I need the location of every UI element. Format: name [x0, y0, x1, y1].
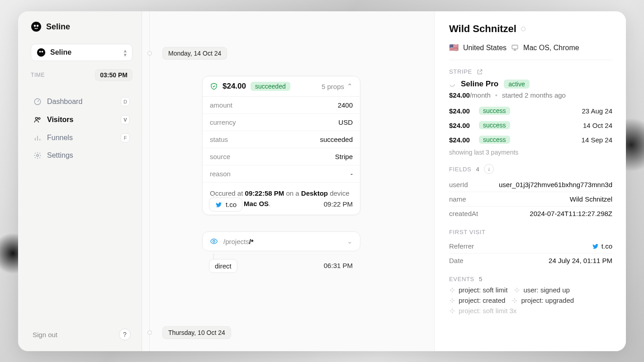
payments-note: showing last 3 payments	[449, 149, 612, 156]
field-value: Wild Schnitzel	[570, 195, 612, 203]
referrer-label: t.co	[226, 201, 237, 208]
presence-indicator-icon	[521, 27, 526, 31]
prop-value: Stripe	[335, 153, 353, 160]
country: United States	[463, 44, 507, 52]
referrer-pill[interactable]: t.co	[209, 197, 242, 212]
chevron-up-icon: ⌃	[347, 82, 353, 90]
status-badge: succeeded	[251, 82, 290, 91]
payment-row: $24.00success23 Aug 24	[449, 103, 612, 118]
svg-point-4	[39, 51, 41, 53]
svg-point-9	[37, 155, 39, 157]
chevron-down-icon: ⌄	[347, 237, 353, 245]
kbd-hint: D	[121, 97, 130, 106]
fields-count: 4	[476, 166, 479, 173]
brand-logo: Seline	[31, 21, 133, 32]
prop-key: amount	[210, 101, 232, 109]
flag-icon: 🇺🇸	[449, 43, 459, 52]
eye-icon	[210, 237, 218, 245]
day-chip: Monday, 14 Oct 24	[162, 47, 227, 60]
nav-settings[interactable]: Settings	[31, 148, 133, 163]
field-value: 24 July 24, 01:11 PM	[549, 257, 612, 264]
os-browser: Mac OS, Chrome	[523, 44, 579, 52]
event-time: 06:31 PM	[324, 262, 353, 269]
nav-dashboard[interactable]: Dashboard D	[31, 94, 133, 110]
event-chip[interactable]: project: upgraded	[511, 296, 574, 304]
field-value: 2024-07-24T11:12:27.298Z	[530, 210, 612, 217]
external-link-icon[interactable]	[477, 69, 483, 75]
shield-check-icon	[210, 82, 218, 90]
sign-out-link[interactable]: Sign out	[33, 331, 57, 338]
twitter-icon	[592, 243, 599, 250]
sparkle-icon	[511, 297, 518, 304]
charge-amount: $24.00	[223, 82, 246, 91]
plan-period: /month	[470, 91, 491, 99]
seline-logo-icon	[31, 21, 42, 32]
event-time: 09:22 PM	[324, 200, 353, 208]
pageview-row[interactable]: /projects/* ⌄	[202, 231, 360, 251]
plan-status-badge: active	[504, 80, 530, 89]
svg-point-5	[42, 51, 43, 53]
plan-price: $24.00	[449, 91, 470, 99]
nav-label: Dashboard	[47, 98, 82, 106]
svg-point-8	[38, 118, 40, 119]
account-switcher[interactable]: Seline ▴▾	[31, 44, 133, 61]
event-chip[interactable]: project: soft limit 3x	[449, 307, 516, 315]
prop-value: succeeded	[320, 136, 353, 143]
nav-funnels[interactable]: Funnels F	[31, 130, 133, 146]
svg-point-10	[213, 240, 215, 243]
section-label: EVENTS	[449, 276, 474, 282]
monitor-icon	[511, 44, 519, 52]
prop-value: 2400	[338, 101, 353, 109]
payment-row: $24.00success14 Oct 24	[449, 118, 612, 132]
events-count: 5	[479, 276, 483, 282]
gear-icon	[33, 151, 42, 160]
prop-key: status	[210, 136, 228, 143]
prop-key: currency	[210, 118, 236, 126]
svg-point-0	[31, 22, 41, 32]
field-value: user_01j3j72hmve61bxhng773mnn3d	[499, 181, 612, 188]
section-label: FIELDS	[449, 166, 471, 173]
payment-row: $24.00success14 Sep 24	[449, 132, 612, 147]
timeline: Monday, 14 Oct 24 $24.00 succeeded 5 pro…	[142, 11, 434, 351]
collapse-button[interactable]: ↓	[484, 164, 494, 174]
event-chip[interactable]: user: signed up	[514, 286, 570, 294]
kbd-hint: V	[121, 115, 130, 124]
charge-event-card[interactable]: $24.00 succeeded 5 props ⌃ amount2400 cu…	[202, 76, 360, 215]
page-path: /projects/*	[223, 238, 254, 245]
svg-point-1	[34, 25, 36, 27]
field-key: createdAt	[449, 210, 478, 217]
nav-visitors[interactable]: Visitors V	[31, 112, 133, 128]
prop-key: source	[210, 153, 230, 160]
event-chip[interactable]: project: created	[449, 296, 505, 304]
field-key: Referrer	[449, 242, 474, 250]
svg-point-3	[37, 48, 45, 56]
referrer-pill[interactable]: direct	[209, 259, 237, 273]
day-chip: Thursday, 10 Oct 24	[162, 326, 231, 339]
plan-name: Seline Pro	[461, 80, 498, 89]
svg-point-12	[450, 82, 455, 87]
props-toggle[interactable]: 5 props ⌃	[322, 82, 353, 90]
sparkle-icon	[514, 287, 520, 293]
field-key: name	[449, 195, 466, 203]
time-label: TIME	[31, 72, 45, 78]
props-count: 5 props	[322, 83, 344, 90]
sparkle-icon	[449, 308, 455, 314]
kbd-hint: F	[121, 133, 130, 142]
visitor-details-panel: Wild Schnitzel 🇺🇸 United States Mac OS, …	[434, 11, 626, 351]
svg-point-7	[35, 118, 38, 120]
event-chip[interactable]: project: soft limit	[449, 286, 507, 294]
prop-key: reason	[210, 170, 231, 178]
sparkle-icon	[449, 297, 455, 304]
field-key: Date	[449, 257, 464, 264]
nav-label: Funnels	[47, 134, 73, 142]
prop-value: USD	[338, 118, 353, 126]
section-label: STRIPE	[449, 68, 472, 75]
gauge-icon	[33, 98, 42, 106]
help-button[interactable]: ?	[119, 329, 131, 340]
bars-icon	[33, 134, 42, 142]
referrer-label: direct	[215, 262, 232, 270]
twitter-icon	[215, 201, 222, 208]
plan-started: started 2 months ago	[502, 91, 566, 99]
spinner-icon	[449, 81, 455, 87]
svg-point-2	[37, 25, 38, 27]
